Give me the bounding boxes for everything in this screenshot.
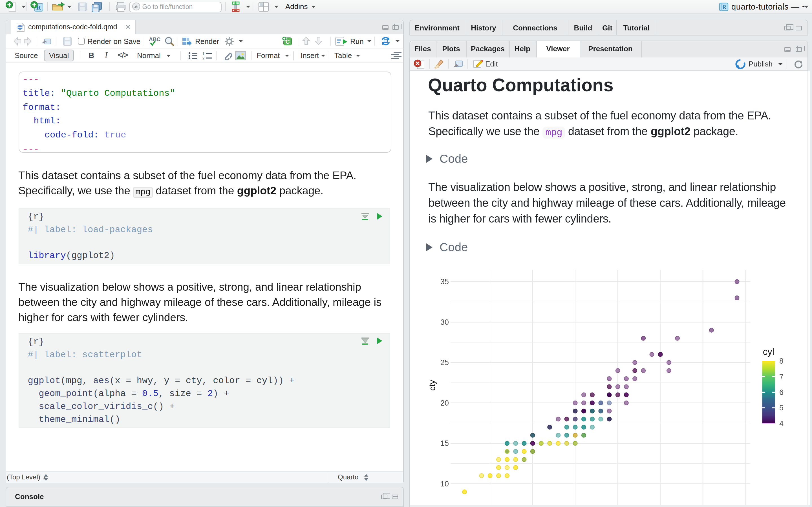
- svg-text:25: 25: [440, 358, 449, 367]
- svg-text:15: 15: [440, 439, 449, 448]
- svg-text:10: 10: [440, 480, 449, 488]
- svg-text:2: 2: [202, 56, 204, 59]
- svg-text:R: R: [722, 4, 726, 10]
- svg-text:8: 8: [779, 357, 783, 365]
- svg-text:6: 6: [779, 388, 783, 397]
- svg-text:35: 35: [440, 277, 449, 286]
- svg-text:cty: cty: [427, 380, 437, 391]
- svg-text:cyl: cyl: [763, 346, 774, 357]
- svg-text:4: 4: [779, 419, 783, 428]
- svg-text:1: 1: [202, 52, 204, 55]
- svg-text:30: 30: [440, 318, 449, 327]
- svg-text:20: 20: [440, 399, 449, 407]
- svg-text:5: 5: [779, 404, 783, 412]
- svg-text:7: 7: [779, 373, 783, 381]
